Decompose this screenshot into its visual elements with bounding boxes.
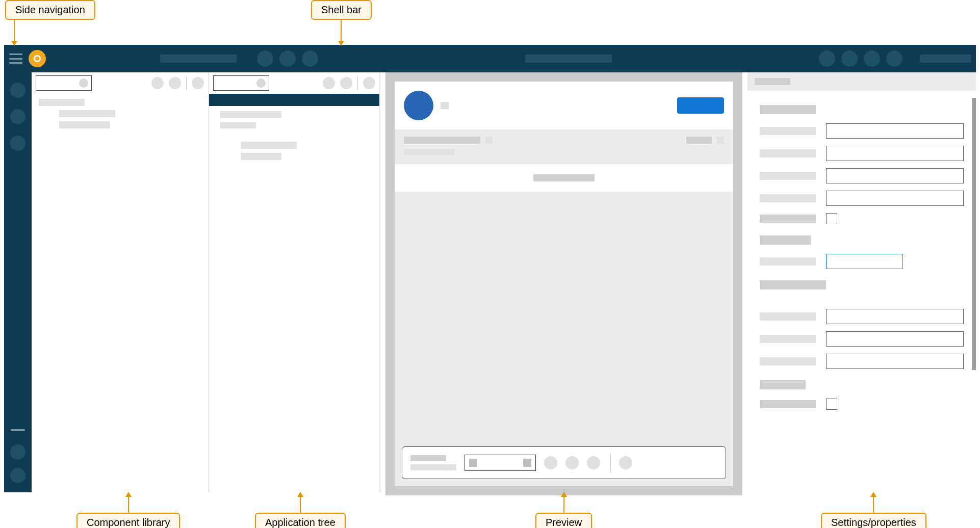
tree-item-4[interactable] — [241, 153, 281, 160]
prop-label — [760, 335, 816, 343]
sidenav-bottom-2[interactable] — [10, 468, 25, 483]
at-tool-1[interactable] — [323, 77, 335, 89]
prop-row — [760, 254, 964, 269]
tree-item-1[interactable] — [220, 111, 281, 118]
preview-tab-bar[interactable] — [395, 164, 733, 192]
search-icon — [256, 78, 266, 88]
seg-left-icon — [469, 459, 477, 467]
sidenav-item-3[interactable] — [10, 136, 25, 151]
component-list — [32, 94, 208, 134]
menu-icon[interactable] — [9, 54, 22, 64]
preview-header — [395, 82, 733, 129]
callout-component-library: Component library — [76, 492, 180, 528]
prop-input[interactable] — [826, 191, 964, 206]
prop-label — [760, 172, 816, 180]
prop-checkbox[interactable] — [826, 213, 837, 224]
footer-action-1[interactable] — [544, 456, 557, 469]
cl-item-3[interactable] — [59, 121, 110, 128]
sidenav-item-1[interactable] — [10, 83, 25, 98]
prop-label — [760, 400, 816, 408]
preview-frame — [385, 72, 742, 495]
preview-primary-button[interactable] — [677, 97, 724, 114]
callout-label: Settings/properties — [821, 513, 926, 528]
shell-action-3[interactable] — [302, 50, 318, 67]
shell-title-placeholder — [160, 55, 237, 63]
prop-label — [760, 194, 816, 202]
callout-preview: Preview — [535, 492, 592, 528]
cl-item-1[interactable] — [39, 99, 85, 106]
prop-row — [760, 168, 964, 183]
preview-footer-toolbar — [402, 446, 726, 479]
prop-label — [760, 127, 816, 135]
brand-icon[interactable] — [29, 50, 46, 67]
callout-line — [14, 20, 15, 45]
side-navigation — [4, 72, 32, 492]
footer-title-1 — [410, 455, 446, 461]
footer-action-3[interactable] — [587, 456, 600, 469]
prop-label — [760, 357, 816, 365]
avatar-icon[interactable] — [404, 91, 433, 120]
application-tree-toolbar — [209, 72, 379, 94]
prop-input[interactable] — [826, 309, 964, 324]
footer-action-2[interactable] — [565, 456, 579, 469]
footer-title-2 — [410, 464, 456, 470]
callout-label: Preview — [535, 513, 592, 528]
settings-section-1 — [760, 105, 816, 114]
prop-row — [760, 123, 964, 139]
callout-line — [873, 492, 874, 513]
main-area — [4, 72, 976, 492]
prop-row — [760, 146, 964, 161]
prop-row — [760, 309, 964, 324]
prop-label — [760, 149, 816, 157]
settings-toolbar-label — [755, 78, 790, 85]
sidenav-divider — [11, 429, 25, 431]
tree-item-2[interactable] — [220, 122, 256, 128]
seg-right-icon — [523, 459, 531, 467]
at-tool-2[interactable] — [340, 77, 352, 89]
shell-right-3[interactable] — [864, 50, 880, 67]
component-library-toolbar — [32, 72, 208, 94]
cl-tool-divider — [186, 76, 187, 90]
at-tool-3[interactable] — [363, 77, 375, 89]
callout-line — [563, 492, 564, 513]
preview-title-placeholder — [441, 102, 449, 109]
sidenav-bottom-1[interactable] — [10, 444, 25, 460]
prop-checkbox[interactable] — [826, 399, 837, 410]
cl-item-2[interactable] — [59, 110, 115, 117]
callout-label: Side navigation — [5, 0, 95, 20]
tree-search-input[interactable] — [213, 75, 269, 91]
tree-selected-row[interactable] — [209, 94, 379, 106]
prop-input[interactable] — [826, 354, 964, 369]
sidenav-item-2[interactable] — [10, 109, 25, 124]
prop-input[interactable] — [826, 331, 964, 347]
cl-tool-1[interactable] — [151, 77, 164, 89]
callout-settings: Settings/properties — [821, 492, 926, 528]
prop-input[interactable] — [826, 168, 964, 183]
prop-row — [760, 399, 964, 410]
tree-item-3[interactable] — [241, 142, 297, 149]
shell-bar — [4, 45, 976, 72]
settings-body — [747, 91, 976, 492]
shell-action-1[interactable] — [257, 50, 273, 67]
footer-divider — [610, 454, 611, 471]
cl-tool-3[interactable] — [192, 77, 204, 89]
callout-line — [341, 20, 342, 45]
footer-segmented[interactable] — [465, 455, 536, 471]
shell-right-2[interactable] — [841, 50, 858, 67]
shell-center-placeholder — [525, 55, 612, 63]
callout-label: Shell bar — [311, 0, 372, 20]
prop-input-focused[interactable] — [826, 254, 902, 269]
component-search-input[interactable] — [36, 75, 92, 91]
brand-ring-icon — [34, 55, 41, 62]
footer-action-4[interactable] — [619, 456, 632, 469]
preview-canvas[interactable] — [395, 82, 733, 486]
settings-section-3 — [760, 280, 826, 289]
settings-scrollbar[interactable] — [972, 98, 976, 370]
prop-input[interactable] — [826, 146, 964, 161]
at-tool-divider — [357, 76, 358, 90]
shell-right-1[interactable] — [819, 50, 835, 67]
prop-input[interactable] — [826, 123, 964, 139]
shell-right-4[interactable] — [886, 50, 902, 67]
cl-tool-2[interactable] — [169, 77, 181, 89]
shell-action-2[interactable] — [279, 50, 296, 67]
